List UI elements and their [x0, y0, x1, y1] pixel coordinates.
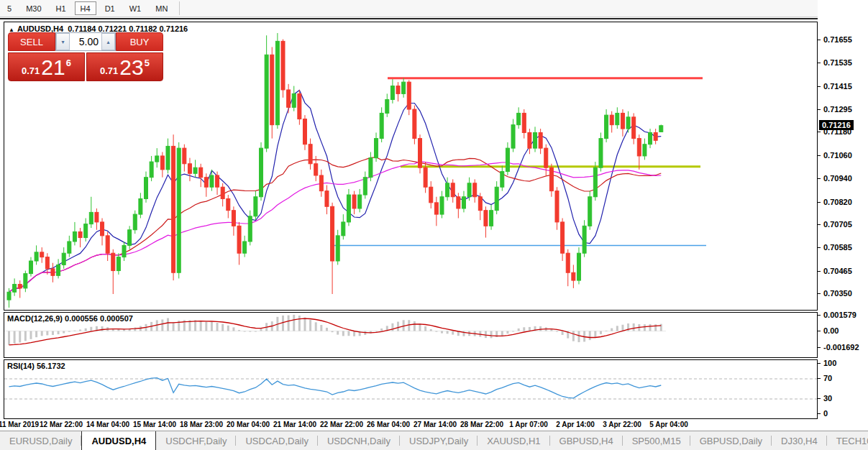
macd-histogram-bar — [572, 331, 575, 341]
time-label: 12 Mar 22:00 — [40, 421, 83, 428]
macd-histogram-bar — [424, 326, 426, 331]
candle-body — [593, 167, 597, 197]
candle-body — [57, 265, 60, 275]
buy-price-prefix: 0.71 — [100, 65, 118, 76]
candle-body — [616, 113, 619, 124]
axis-tick-mark — [818, 271, 821, 272]
macd-histogram-bar — [24, 331, 27, 341]
candle-body — [139, 198, 142, 214]
chart-tab-usdcnh-daily[interactable]: USDCNH,Daily — [318, 431, 400, 450]
chart-tab-gbpusd-daily[interactable]: GBPUSD,Daily — [690, 431, 772, 450]
candle-body — [419, 139, 422, 168]
macd-histogram-bar — [161, 319, 163, 331]
timeframe-button-m30[interactable]: M30 — [20, 1, 47, 15]
chart-tab-dj30-h4[interactable]: DJ30,H4 — [772, 431, 827, 450]
macd-histogram-bar — [414, 321, 416, 331]
buy-button[interactable]: BUY — [116, 32, 163, 51]
candle-body — [429, 187, 433, 203]
time-label: 1 Apr 07:00 — [509, 421, 548, 428]
chart-tab-usdchf-daily[interactable]: USDCHF,Daily — [156, 431, 236, 450]
macd-histogram-bar — [539, 326, 542, 331]
candle-body — [128, 230, 132, 246]
price-tick-0.71415: 0.71415 — [823, 82, 852, 91]
candle-body — [193, 167, 197, 173]
candle-body — [24, 274, 27, 288]
chart-tab-sp500-m15[interactable]: SP500,M15 — [623, 431, 690, 450]
candle-body — [270, 55, 274, 124]
timeframe-button-h1[interactable]: H1 — [50, 1, 72, 15]
timeframe-button-mn[interactable]: MN — [150, 1, 173, 15]
macd-histogram-bar — [8, 331, 10, 345]
macd-histogram-bar — [518, 329, 520, 331]
volume-input[interactable]: 5.00 — [70, 33, 101, 50]
macd-histogram-bar — [90, 327, 92, 331]
candle-body — [227, 198, 230, 210]
macd-histogram-bar — [298, 316, 301, 331]
candle-body — [199, 167, 203, 178]
price-axis[interactable]: 0.716550.715350.714150.712950.711800.710… — [818, 0, 868, 430]
candle-body — [352, 195, 356, 208]
buy-price-pipette: 5 — [145, 58, 150, 68]
macd-histogram-bar — [430, 329, 432, 331]
axis-tick-mark — [818, 155, 821, 156]
chart-tab-usdjpy-daily[interactable]: USDJPY,Daily — [400, 431, 478, 450]
price-tick-0.70940: 0.70940 — [823, 174, 852, 183]
axis-tick-mark — [818, 247, 821, 248]
timeframe-button-h4[interactable]: H4 — [75, 1, 96, 15]
price-tick-0.71060: 0.71060 — [823, 151, 852, 160]
price-chart-pane[interactable]: ▲AUDUSD,H4 0.71184 0.71221 0.71182 0.712… — [4, 22, 818, 311]
axis-tick-mark — [818, 293, 821, 294]
macd-histogram-bar — [205, 321, 207, 331]
sell-price-button[interactable]: 0.71 21 6 — [8, 52, 85, 81]
chart-tab-audusd-h4[interactable]: AUDUSD,H4 — [81, 431, 156, 450]
macd-histogram-bar — [232, 327, 234, 331]
volume-increase-button[interactable]: ▴ — [101, 33, 115, 50]
candle-body — [183, 148, 186, 164]
buy-price-button[interactable]: 0.71 23 5 — [86, 52, 163, 81]
macd-histogram-bar — [58, 331, 60, 335]
candle-body — [237, 226, 241, 253]
macd-histogram-bar — [633, 323, 635, 331]
sell-button[interactable]: SELL — [8, 32, 55, 51]
candle-body — [51, 269, 55, 275]
candle-body — [413, 109, 416, 139]
macd-histogram-bar — [309, 320, 311, 331]
chart-tab-xauusd-h1[interactable]: XAUUSD,H1 — [478, 431, 549, 450]
price-tick-0.70350: 0.70350 — [823, 289, 852, 298]
macd-histogram-bar — [441, 331, 443, 334]
candle-body — [29, 261, 32, 274]
timeframe-button-5[interactable]: 5 — [1, 1, 17, 15]
timeframe-button-w1[interactable]: W1 — [124, 1, 147, 15]
chart-tab-gbpusd-h4[interactable]: GBPUSD,H4 — [550, 431, 623, 450]
chart-tab-usdcad-daily[interactable]: USDCAD,Daily — [236, 431, 317, 450]
macd-histogram-bar — [326, 328, 328, 331]
candle-body — [451, 183, 454, 197]
macd-histogram-bar — [380, 329, 383, 331]
candle-body — [522, 113, 526, 132]
candle-body — [68, 242, 71, 253]
candle-body — [577, 253, 580, 280]
candle-body — [478, 197, 482, 211]
rsi-indicator-pane[interactable]: RSI(14) 56.1732 — [4, 359, 818, 419]
candle-body — [396, 86, 400, 94]
candle-body — [583, 226, 586, 253]
candle-body — [654, 132, 657, 140]
chart-tab-tech100-h1[interactable]: TECH100,H1 — [827, 431, 868, 450]
candle-body — [599, 139, 603, 168]
candle-body — [18, 284, 22, 288]
time-label: 14 Mar 04:00 — [86, 421, 129, 428]
candle-body — [166, 146, 170, 169]
candle-body — [232, 211, 235, 226]
rsi-chart[interactable] — [4, 360, 817, 418]
price-tick-0.71535: 0.71535 — [823, 58, 852, 67]
candle-body — [177, 148, 181, 272]
volume-decrease-button[interactable]: ▾ — [56, 33, 70, 50]
timeframe-button-d1[interactable]: D1 — [99, 1, 121, 15]
chart-tab-eurusd-daily[interactable]: EURUSD,Daily — [0, 431, 81, 450]
rsi-tick-30: 30 — [823, 394, 832, 403]
time-axis[interactable]: 11 Mar 201912 Mar 22:0014 Mar 04:0015 Ma… — [0, 419, 868, 431]
time-label: 11 Mar 2019 — [0, 421, 39, 428]
macd-histogram-bar — [221, 324, 224, 331]
macd-indicator-pane[interactable]: MACD(12,26,9) 0.000556 0.000507 — [4, 312, 818, 358]
macd-histogram-bar — [238, 330, 240, 331]
